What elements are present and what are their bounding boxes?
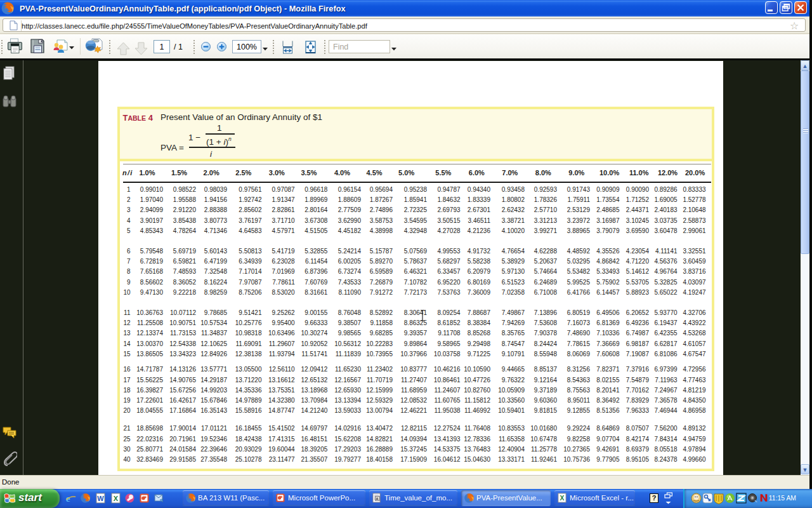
svg-text:X: X: [114, 495, 119, 502]
svg-text:X: X: [560, 495, 565, 502]
svg-text:W: W: [97, 495, 104, 502]
